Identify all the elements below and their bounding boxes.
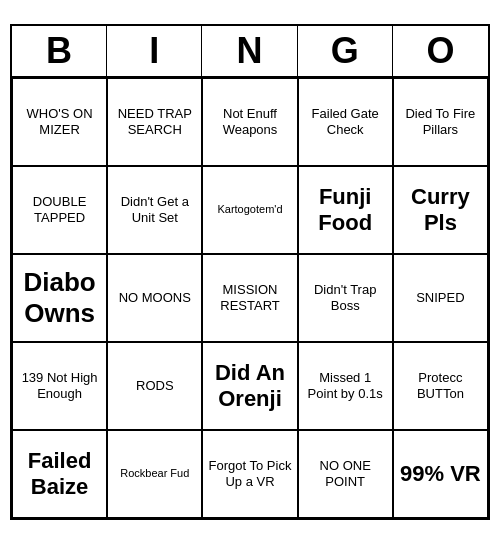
bingo-cell: Protecc BUTTon bbox=[393, 342, 488, 430]
bingo-cell: Didn't Trap Boss bbox=[298, 254, 393, 342]
bingo-cell: MISSION RESTART bbox=[202, 254, 297, 342]
bingo-cell: SNIPED bbox=[393, 254, 488, 342]
bingo-cell: NO MOONS bbox=[107, 254, 202, 342]
bingo-cell: RODS bbox=[107, 342, 202, 430]
bingo-cell: Died To Fire Pillars bbox=[393, 78, 488, 166]
header-letter: I bbox=[107, 26, 202, 76]
bingo-cell: Diabo Owns bbox=[12, 254, 107, 342]
bingo-card: BINGO WHO'S ON MIZERNEED TRAP SEARCHNot … bbox=[10, 24, 490, 520]
bingo-cell: Failed Gate Check bbox=[298, 78, 393, 166]
bingo-cell: Forgot To Pick Up a VR bbox=[202, 430, 297, 518]
header-letter: B bbox=[12, 26, 107, 76]
bingo-cell: Failed Baize bbox=[12, 430, 107, 518]
bingo-header: BINGO bbox=[12, 26, 488, 78]
bingo-cell: Kartogotem'd bbox=[202, 166, 297, 254]
bingo-grid: WHO'S ON MIZERNEED TRAP SEARCHNot Enuff … bbox=[12, 78, 488, 518]
bingo-cell: Did An Orenji bbox=[202, 342, 297, 430]
bingo-cell: Didn't Get a Unit Set bbox=[107, 166, 202, 254]
bingo-cell: Not Enuff Weapons bbox=[202, 78, 297, 166]
bingo-cell: DOUBLE TAPPED bbox=[12, 166, 107, 254]
bingo-cell: Curry Pls bbox=[393, 166, 488, 254]
bingo-cell: 99% VR bbox=[393, 430, 488, 518]
header-letter: O bbox=[393, 26, 488, 76]
bingo-cell: NO ONE POINT bbox=[298, 430, 393, 518]
header-letter: G bbox=[298, 26, 393, 76]
bingo-cell: Rockbear Fud bbox=[107, 430, 202, 518]
bingo-cell: 139 Not High Enough bbox=[12, 342, 107, 430]
bingo-cell: NEED TRAP SEARCH bbox=[107, 78, 202, 166]
bingo-cell: Missed 1 Point by 0.1s bbox=[298, 342, 393, 430]
header-letter: N bbox=[202, 26, 297, 76]
bingo-cell: Funji Food bbox=[298, 166, 393, 254]
bingo-cell: WHO'S ON MIZER bbox=[12, 78, 107, 166]
